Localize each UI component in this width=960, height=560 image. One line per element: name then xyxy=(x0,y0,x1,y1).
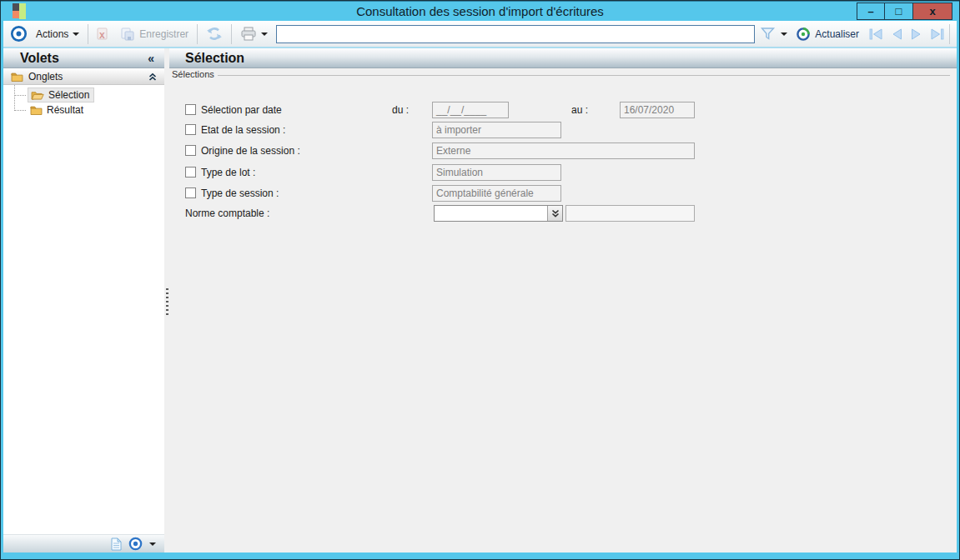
sidebar-title: Volets xyxy=(20,51,59,66)
page-title: Sélection xyxy=(185,51,244,66)
origine-label: Origine de la session : xyxy=(201,145,300,157)
folder-icon xyxy=(11,72,23,82)
document-icon[interactable] xyxy=(111,538,122,551)
sidebar-tree: Sélection Résultat xyxy=(3,85,164,118)
form-row-type-session: Type de session : Comptabilité générale xyxy=(169,186,957,202)
type-session-checkbox[interactable] xyxy=(185,188,196,198)
titlebar: Consultation des session d'import d'écri… xyxy=(1,1,959,21)
chevron-down-icon xyxy=(73,32,79,36)
chevron-double-up-icon[interactable] xyxy=(148,72,158,82)
record-navigation xyxy=(869,28,944,40)
norme-label: Norme comptable : xyxy=(185,208,269,219)
window-controls: – □ x xyxy=(857,2,952,20)
sidebar-bottom-bar xyxy=(3,534,164,552)
save-icon xyxy=(121,28,135,41)
sidebar-item-label: Résultat xyxy=(47,104,83,116)
sidebar-item-label: Sélection xyxy=(48,89,89,101)
form-row-norme: Norme comptable : xyxy=(169,206,957,222)
etat-label: Etat de la session : xyxy=(201,124,285,136)
form-row-etat: Etat de la session : à importer xyxy=(169,122,957,139)
close-button[interactable]: x xyxy=(913,2,952,20)
fieldset-line xyxy=(216,75,950,76)
sidebar-group-label: Onglets xyxy=(28,71,63,82)
actualiser-button[interactable]: Actualiser xyxy=(792,25,862,43)
type-lot-label: Type de lot : xyxy=(201,167,255,178)
print-button[interactable] xyxy=(237,25,271,42)
chevron-down-icon xyxy=(261,32,268,36)
open-folder-icon xyxy=(31,90,44,100)
form-row-date: Sélection par date du : __/__/____ au : … xyxy=(169,102,957,119)
au-label: au : xyxy=(571,104,588,116)
refresh-button[interactable] xyxy=(203,25,226,42)
app-window: Consultation des session d'import d'écri… xyxy=(0,0,960,560)
minimize-button[interactable]: – xyxy=(857,2,885,20)
caret-down-icon[interactable] xyxy=(149,542,156,546)
actions-label: Actions xyxy=(36,28,68,40)
origine-checkbox[interactable] xyxy=(185,145,196,156)
toolbar-separator xyxy=(231,24,232,44)
sidebar-item-selection[interactable]: Sélection xyxy=(28,88,164,102)
toolbar-separator xyxy=(88,24,88,44)
sidebar-item-resultat[interactable]: Résultat xyxy=(28,102,164,118)
maximize-button[interactable]: □ xyxy=(885,2,913,20)
fieldset-label: Sélections xyxy=(172,69,218,79)
nav-first-icon[interactable] xyxy=(869,28,883,40)
delete-button[interactable]: x xyxy=(93,26,113,42)
collapse-sidebar-icon[interactable]: « xyxy=(148,52,154,65)
record-target-icon xyxy=(10,25,28,42)
date-checkbox[interactable] xyxy=(185,104,196,115)
actions-button[interactable]: Actions xyxy=(33,27,83,42)
svg-text:x: x xyxy=(99,29,105,41)
type-lot-checkbox[interactable] xyxy=(185,167,196,178)
date-du-field: __/__/____ xyxy=(432,102,509,118)
norme-extra-field xyxy=(565,205,695,222)
du-label: du : xyxy=(392,104,409,116)
splitter-grip[interactable] xyxy=(166,288,168,317)
type-session-field: Comptabilité générale xyxy=(432,185,561,202)
norme-combo[interactable] xyxy=(434,205,563,222)
nav-previous-icon[interactable] xyxy=(892,28,902,40)
form-row-origine: Origine de la session : Externe xyxy=(169,143,957,160)
etat-checkbox[interactable] xyxy=(185,124,196,135)
type-lot-field: Simulation xyxy=(432,164,561,181)
selection-form: Sélections Sélection par date du : __/__… xyxy=(169,68,957,552)
type-session-label: Type de session : xyxy=(201,188,279,199)
record-target-icon[interactable] xyxy=(128,537,143,551)
etat-field: à importer xyxy=(432,122,561,138)
chevron-double-down-icon[interactable] xyxy=(547,206,562,221)
filter-options-caret-icon[interactable] xyxy=(781,32,787,36)
search-input[interactable] xyxy=(276,25,755,43)
origine-field: Externe xyxy=(432,142,695,159)
toolbar: Actions x xyxy=(3,21,957,48)
nav-last-icon[interactable] xyxy=(930,28,944,40)
sidebar-empty-space xyxy=(3,118,164,534)
form-row-type-lot: Type de lot : Simulation xyxy=(169,165,957,182)
sidebar-group-onglets[interactable]: Onglets xyxy=(3,68,164,85)
delete-icon: x xyxy=(97,28,109,41)
sidebar-panel: Volets « Onglets xyxy=(3,48,164,552)
printer-icon xyxy=(240,27,257,41)
actualiser-icon xyxy=(796,27,811,42)
toolbar-separator xyxy=(949,24,950,44)
folder-icon xyxy=(30,105,43,115)
sidebar-header: Volets « xyxy=(3,48,164,68)
refresh-icon xyxy=(206,27,223,41)
nav-next-icon[interactable] xyxy=(911,28,922,40)
enregistrer-button[interactable]: Enregistrer xyxy=(118,26,192,42)
norme-combo-value xyxy=(435,206,547,221)
main-panel: Sélection Sélections Sélection par date … xyxy=(169,48,957,552)
toolbar-separator xyxy=(197,24,198,44)
content-area: Volets « Onglets xyxy=(3,48,957,552)
tree-connector xyxy=(14,85,15,111)
actualiser-label: Actualiser xyxy=(815,28,859,40)
date-au-field: 16/07/2020 xyxy=(620,102,695,118)
filter-icon[interactable] xyxy=(760,27,776,41)
window-title: Consultation des session d'import d'écri… xyxy=(1,4,959,18)
main-header: Sélection xyxy=(169,48,957,68)
enregistrer-label: Enregistrer xyxy=(139,28,188,40)
date-label: Sélection par date xyxy=(201,104,282,116)
